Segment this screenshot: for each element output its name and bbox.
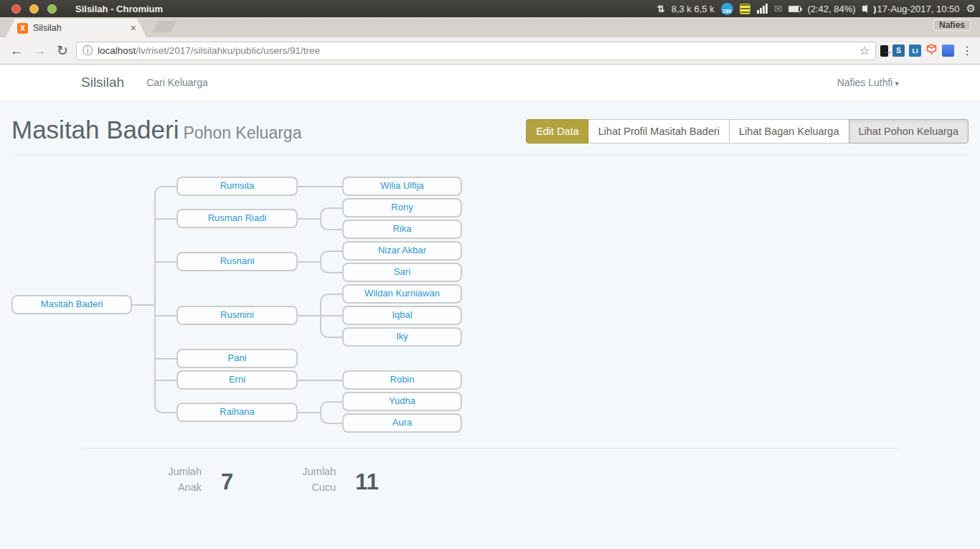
tree-node-child[interactable]: Erni [176, 370, 298, 390]
todo-list-icon[interactable] [740, 4, 750, 14]
back-button[interactable]: ← [7, 43, 26, 59]
ext-s-icon[interactable]: S [892, 44, 905, 57]
url-text: localhost/lv/riset/2017/silsilahku/publi… [98, 45, 320, 56]
url-host: localhost [98, 45, 136, 56]
brand-link[interactable]: Silsilah [81, 75, 124, 90]
ext-laravel-icon[interactable] [925, 43, 938, 58]
network-traffic-label: 8,3 k 6,5 k [672, 4, 715, 14]
tree-node-grandchild[interactable]: Yudha [342, 392, 462, 411]
tree-node-grandchild[interactable]: Sari [342, 263, 462, 282]
address-bar[interactable]: ⓘ localhost/lv/riset/2017/silsilahku/pub… [76, 42, 876, 60]
tree-node-grandchild[interactable]: Aura [342, 413, 462, 433]
lihat-profil-button[interactable]: Lihat Profil Masitah Baderi [588, 119, 730, 144]
stat-jumlah-anak: JumlahAnak 7 [165, 464, 233, 496]
stats-row: JumlahAnak 7 JumlahCucu 11 [0, 464, 980, 496]
tree-node-child[interactable]: Rusmini [176, 306, 298, 325]
tree-node-child[interactable]: Rusnani [176, 252, 298, 271]
new-tab-button[interactable] [152, 21, 176, 32]
ext-li-icon[interactable]: LI [909, 44, 921, 57]
clock-label[interactable]: 17-Aug-2017, 10:50 [877, 4, 960, 14]
tree-node-grandchild[interactable]: Robin [342, 370, 462, 390]
browser-toolbar: ← → ↻ ⓘ localhost/lv/riset/2017/silsilah… [0, 37, 980, 65]
stat-anak-value: 7 [221, 465, 233, 495]
edit-data-button[interactable]: Edit Data [526, 119, 589, 144]
tab-close-icon[interactable]: × [131, 22, 136, 34]
reload-button[interactable]: ↻ [53, 42, 72, 59]
forward-button[interactable]: → [30, 43, 49, 59]
caret-down-icon: ▾ [895, 79, 899, 88]
page-subtitle: Pohon Keluarga [183, 123, 301, 142]
window-maximize-button[interactable] [47, 4, 57, 14]
window-minimize-button[interactable] [29, 4, 39, 14]
tree-node-root[interactable]: Masitah Baderi [11, 295, 132, 314]
system-panel: Silsilah - Chromium ⇅ 8,3 k 6,5 k 289 ✉ … [0, 0, 980, 17]
url-path: /lv/riset/2017/silsilahku/public/users/9… [136, 45, 320, 56]
signal-strength-icon[interactable] [757, 4, 768, 14]
battery-icon[interactable] [788, 6, 801, 12]
stat-anak-label: JumlahAnak [165, 464, 202, 496]
lihat-bagan-button[interactable]: Lihat Bagan Keluarga [729, 119, 849, 144]
browser-tab[interactable]: X Silsilah × [6, 19, 146, 37]
site-navbar: Silsilah Cari Keluarga Nafies Luthfi▾ [0, 65, 980, 101]
user-dropdown[interactable]: Nafies Luthfi▾ [837, 77, 899, 88]
user-name: Nafies Luthfi [837, 77, 893, 88]
stats-divider [81, 448, 899, 449]
tree-node-grandchild[interactable]: Wildan Kurniawan [342, 284, 462, 304]
tree-node-grandchild[interactable]: Iqbal [342, 306, 462, 325]
tree-node-grandchild[interactable]: Nizar Akbar [342, 241, 462, 261]
lihat-pohon-button[interactable]: Lihat Pohon Keluarga [849, 119, 969, 144]
tree-node-child[interactable]: Rumsita [176, 177, 298, 196]
tab-strip: X Silsilah × Nafies [0, 17, 980, 37]
xampp-favicon-icon: X [17, 23, 28, 34]
desktop-icon-label[interactable]: Nafies [933, 19, 971, 31]
window-controls [11, 4, 57, 14]
messenger-badge-icon[interactable]: 289 [721, 3, 733, 15]
tab-title: Silsilah [33, 23, 62, 33]
tree-node-grandchild[interactable]: Rika [342, 220, 462, 239]
tree-node-child[interactable]: Pani [176, 349, 298, 368]
page-title: Masitah BaderiPohon Keluarga [11, 114, 301, 149]
ext-push-to-phone-icon[interactable] [880, 45, 888, 57]
battery-status-label: (2:42, 84%) [807, 4, 855, 14]
bookmark-star-icon[interactable]: ☆ [859, 44, 870, 57]
network-updown-icon[interactable]: ⇅ [657, 4, 665, 14]
browser-menu-icon[interactable]: ⋮ [961, 44, 973, 57]
tree-node-grandchild[interactable]: Wilia Ulfija [342, 177, 462, 196]
stat-cucu-label: JumlahCucu [299, 464, 336, 496]
person-name: Masitah Baderi [11, 116, 179, 144]
tree-node-grandchild[interactable]: Rony [342, 198, 462, 217]
volume-icon[interactable] [862, 6, 866, 11]
tree-node-child[interactable]: Raihana [176, 403, 298, 422]
window-close-button[interactable] [11, 4, 21, 14]
mail-icon[interactable]: ✉ [774, 3, 783, 14]
session-gear-icon[interactable]: ⚙ [966, 2, 976, 15]
nav-cari-keluarga-link[interactable]: Cari Keluarga [146, 77, 208, 88]
tree-node-child[interactable]: Rusman Riadi [176, 209, 298, 228]
family-tree: Wilia UlfijaRumsitaRonyRikaRusman RiadiN… [0, 155, 980, 444]
page-header: Masitah BaderiPohon Keluarga Edit Data L… [0, 101, 980, 154]
tree-node-grandchild[interactable]: Iky [342, 327, 462, 347]
system-tray: ⇅ 8,3 k 6,5 k 289 ✉ (2:42, 84%) 17-Aug-2… [657, 2, 976, 15]
ext-drive-box-icon[interactable] [942, 44, 954, 57]
stat-jumlah-cucu: JumlahCucu 11 [299, 464, 379, 496]
action-button-group: Edit Data Lihat Profil Masitah Baderi Li… [526, 119, 969, 144]
stat-cucu-value: 11 [355, 465, 379, 495]
page-info-icon[interactable]: ⓘ [83, 44, 93, 57]
window-title: Silsilah - Chromium [75, 4, 163, 14]
